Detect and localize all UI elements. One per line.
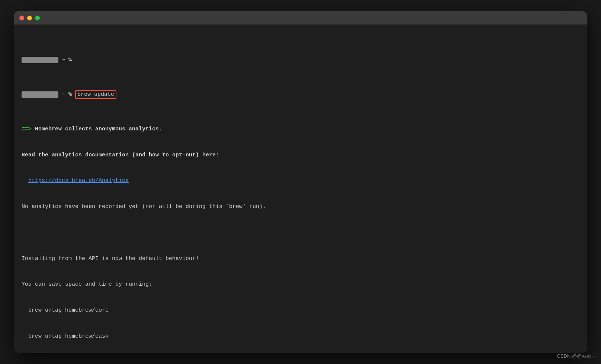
terminal-line: Installing from the API is now the defau…: [22, 254, 579, 263]
terminal-body[interactable]: ______a@192 ~ % ______a@192 ~ % brew upd…: [14, 25, 587, 353]
terminal-line: No analytics have been recorded yet (nor…: [22, 202, 579, 211]
terminal-window: ______a@192 ~ % ______a@192 ~ % brew upd…: [14, 11, 587, 353]
terminal-line: You can save space and time by running:: [22, 280, 579, 289]
analytics-link[interactable]: https://docs.brew.sh/Analytics: [28, 178, 129, 184]
blurred-username: ______a@192: [22, 91, 58, 98]
blank-line: [22, 228, 579, 237]
titlebar: [14, 11, 587, 25]
terminal-line-brew-update: ______a@192 ~ % brew update: [22, 90, 579, 99]
terminal-line: brew untap homebrew/core: [22, 306, 579, 315]
output-text: Homebrew collects anonymous analytics.: [35, 126, 162, 132]
minimize-button[interactable]: [27, 16, 32, 20]
watermark: CSDN @@索素~: [557, 353, 594, 360]
terminal-line: ______a@192 ~ %: [22, 56, 579, 64]
terminal-line: brew untap homebrew/cask: [22, 332, 579, 341]
close-button[interactable]: [19, 16, 24, 20]
terminal-line: Read the analytics documentation (and ho…: [22, 151, 579, 159]
maximize-button[interactable]: [35, 16, 40, 20]
arrow-text: ==>: [22, 126, 35, 132]
terminal-line: ==> Homebrew collects anonymous analytic…: [22, 125, 579, 133]
blurred-username: ______a@192: [22, 57, 58, 63]
brew-update-command: brew update: [75, 90, 116, 99]
terminal-line: https://docs.brew.sh/Analytics: [22, 176, 579, 185]
